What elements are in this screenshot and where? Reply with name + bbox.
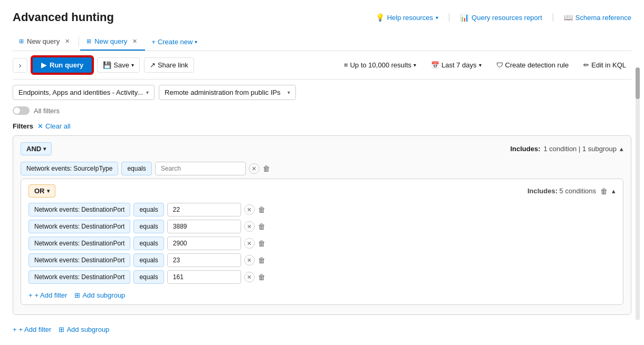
tab-close-1[interactable]: ✕ <box>63 37 71 45</box>
sub-delete-4[interactable]: 🗑 <box>258 273 265 281</box>
save-chevron: ▾ <box>131 62 134 68</box>
create-new-chevron: ▾ <box>195 39 197 45</box>
sidebar-toggle-button[interactable]: › <box>13 58 27 73</box>
top-condition-field: Network events: SourceIpType <box>21 162 118 175</box>
sub-condition-row-3: Network events: DestinationPort equals 2… <box>28 253 616 267</box>
sidebar-toggle-icon: › <box>19 61 22 70</box>
sub-add-filter-button[interactable]: + + Add filter <box>28 291 67 299</box>
results-icon: ≡ <box>344 61 348 69</box>
results-dropdown[interactable]: ≡ Up to 10,000 results ▾ <box>339 58 421 72</box>
sub-delete-0[interactable]: 🗑 <box>258 205 265 214</box>
sub-clear-3[interactable]: ✕ <box>244 255 255 265</box>
bottom-add-filter-row: + + Add filter ⊞ Add subgroup <box>13 321 631 333</box>
query-dropdown[interactable]: Remote administration from public IPs ▾ <box>159 85 296 100</box>
create-new-tab[interactable]: + Create new ▾ <box>145 34 204 50</box>
sub-add-filter-icon: + <box>28 291 33 299</box>
schema-reference-link[interactable]: 📖 Schema reference <box>564 13 631 22</box>
or-operator-badge[interactable]: OR ▾ <box>28 184 55 198</box>
create-detection-button[interactable]: 🛡 Create detection rule <box>491 58 574 72</box>
or-delete-button[interactable]: 🗑 <box>600 187 608 195</box>
sub-delete-2[interactable]: 🗑 <box>258 239 265 248</box>
filter-group-and: AND ▾ Includes: 1 condition | 1 subgroup… <box>13 135 631 315</box>
bottom-add-subgroup-button[interactable]: ⊞ Add subgroup <box>59 326 109 333</box>
sub-delete-1[interactable]: 🗑 <box>258 222 265 231</box>
run-query-button[interactable]: ▶ Run query <box>32 56 93 74</box>
tab-separator <box>79 36 79 47</box>
sub-field-0: Network events: DestinationPort <box>28 203 130 216</box>
filters-heading: Filters ✕ Clear all <box>13 119 631 133</box>
toolbar: › ▶ Run query 💾 Save ▾ ↗ Share link ≡ Up… <box>13 51 631 80</box>
detection-label: Create detection rule <box>505 61 569 69</box>
header-divider-1 <box>449 13 449 22</box>
or-row: OR ▾ Includes: 5 conditions 🗑 ▴ <box>28 184 616 198</box>
bottom-add-subgroup-icon: ⊞ <box>59 326 64 333</box>
toolbar-right: ≡ Up to 10,000 results ▾ 📅 Last 7 days ▾… <box>339 58 631 72</box>
sub-condition-row-1: Network events: DestinationPort equals 3… <box>28 220 616 233</box>
and-count: 1 condition | 1 subgroup <box>543 145 617 153</box>
top-condition-clear-button[interactable]: ✕ <box>249 163 259 174</box>
chevron-down-icon: ▾ <box>436 15 438 21</box>
top-condition-value[interactable] <box>155 162 246 175</box>
clear-label: Clear all <box>45 122 71 130</box>
category-dropdown[interactable]: Endpoints, Apps and identities - Activit… <box>13 85 155 100</box>
sub-value-3: 23 <box>167 253 241 267</box>
help-resources-link[interactable]: 💡 Help resources ▾ <box>376 13 438 22</box>
sub-add-subgroup-label: Add subgroup <box>82 291 125 299</box>
sub-delete-3[interactable]: 🗑 <box>258 256 265 264</box>
or-collapse-button[interactable]: ▴ <box>612 187 616 195</box>
top-condition-row: Network events: SourceIpType equals ✕ 🗑 <box>21 162 623 175</box>
bottom-add-filter-label: + Add filter <box>19 326 52 333</box>
top-condition-delete-button[interactable]: 🗑 <box>263 164 270 173</box>
query-report-icon: 📊 <box>460 13 469 22</box>
save-label: Save <box>113 61 129 69</box>
sub-add-subgroup-button[interactable]: ⊞ Add subgroup <box>74 291 125 299</box>
and-operator-badge[interactable]: AND ▾ <box>21 142 52 155</box>
share-icon: ↗ <box>150 61 156 69</box>
edit-kql-button[interactable]: ✏ Edit in KQL <box>578 58 631 72</box>
sub-value-0: 22 <box>167 203 241 216</box>
bottom-add-subgroup-label: Add subgroup <box>66 326 109 333</box>
sub-clear-0[interactable]: ✕ <box>244 204 255 215</box>
share-link-button[interactable]: ↗ Share link <box>144 57 194 73</box>
clear-all-button[interactable]: ✕ Clear all <box>37 122 71 130</box>
tab-close-2[interactable]: ✕ <box>130 37 139 45</box>
category-dropdown-label: Endpoints, Apps and identities - Activit… <box>18 88 143 96</box>
subgroup-or: OR ▾ Includes: 5 conditions 🗑 ▴ Network … <box>21 179 623 305</box>
all-filters-toggle[interactable] <box>13 106 30 115</box>
or-includes-text: Includes: 5 conditions 🗑 ▴ <box>527 187 616 195</box>
sub-clear-2[interactable]: ✕ <box>244 238 255 249</box>
clear-icon: ✕ <box>37 122 43 130</box>
sub-op-2: equals <box>133 236 164 250</box>
tabs-bar: ⊞ New query ✕ ⊞ New query ✕ + Create new… <box>13 33 631 51</box>
bottom-add-filter-icon: + <box>13 326 17 333</box>
bottom-add-filter-button[interactable]: + + Add filter <box>13 326 51 333</box>
sub-op-0: equals <box>133 203 164 216</box>
sub-clear-4[interactable]: ✕ <box>244 272 255 282</box>
share-label: Share link <box>158 61 188 69</box>
and-collapse-button[interactable]: ▴ <box>620 145 623 153</box>
query-dropdown-label: Remote administration from public IPs <box>165 88 284 96</box>
calendar-icon: 📅 <box>431 61 439 69</box>
days-label: Last 7 days <box>441 61 477 69</box>
all-filters-row: All filters <box>13 104 631 119</box>
sub-op-3: equals <box>133 253 164 267</box>
and-chevron: ▾ <box>43 146 46 152</box>
days-dropdown[interactable]: 📅 Last 7 days ▾ <box>426 58 487 72</box>
sub-condition-row-2: Network events: DestinationPort equals 2… <box>28 236 616 250</box>
tab-new-query-2[interactable]: ⊞ New query ✕ <box>80 33 145 51</box>
sub-op-1: equals <box>133 220 164 233</box>
detection-icon: 🛡 <box>496 61 503 69</box>
days-chevron: ▾ <box>479 62 482 68</box>
sub-condition-row-4: Network events: DestinationPort equals 1… <box>28 270 616 284</box>
play-icon: ▶ <box>41 61 46 69</box>
sub-clear-1[interactable]: ✕ <box>244 221 255 232</box>
query-dropdown-arrow: ▾ <box>287 90 290 95</box>
sub-field-4: Network events: DestinationPort <box>28 270 130 284</box>
plus-icon: + <box>151 38 156 46</box>
scrollbar-track <box>636 67 640 320</box>
scrollbar-thumb[interactable] <box>636 67 640 99</box>
query-resources-report-link[interactable]: 📊 Query resources report <box>460 13 542 22</box>
tab-new-query-1[interactable]: ⊞ New query ✕ <box>13 33 78 51</box>
results-chevron: ▾ <box>414 62 416 68</box>
save-button[interactable]: 💾 Save ▾ <box>97 57 140 73</box>
